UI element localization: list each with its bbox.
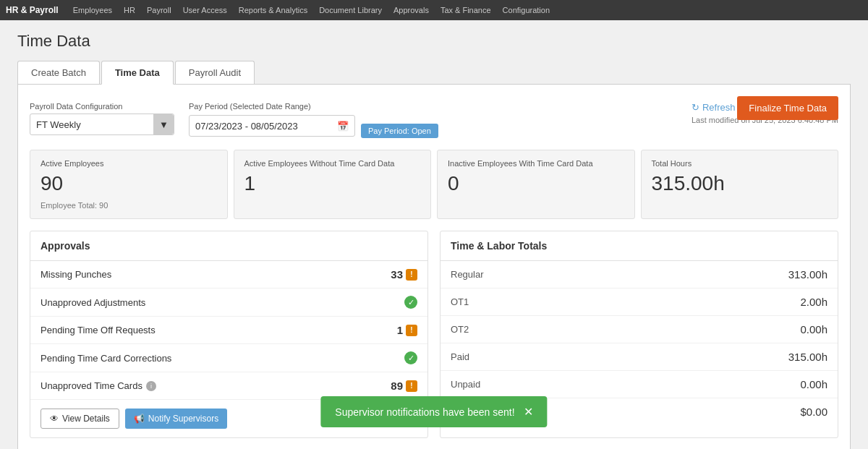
approval-value-2: 1 ! <box>397 324 417 336</box>
view-details-label: View Details <box>62 414 110 424</box>
refresh-button[interactable]: ↻ Refresh <box>692 102 736 113</box>
approval-row-missing-punches: Missing Punches 33 ! <box>30 261 427 288</box>
config-row: Payroll Data Configuration FT Weekly ▼ P… <box>30 102 838 138</box>
stat-label-1: Active Employees Without Time Card Data <box>244 159 421 168</box>
tab-time-data[interactable]: Time Data <box>101 61 174 85</box>
total-label-3: Paid <box>451 351 469 362</box>
payroll-config-group: Payroll Data Configuration FT Weekly ▼ <box>30 102 174 135</box>
stat-total-hours: Total Hours 315.00h <box>641 150 839 219</box>
approvals-header: Approvals <box>30 231 427 261</box>
warning-icon-2: ! <box>406 325 417 336</box>
tab-create-batch[interactable]: Create Batch <box>17 61 100 84</box>
stat-inactive-with-timecard: Inactive Employees With Time Card Data 0 <box>437 150 635 219</box>
payroll-config-value: FT Weekly <box>30 119 153 130</box>
payroll-config-select[interactable]: FT Weekly ▼ <box>30 114 174 135</box>
warning-icon-0: ! <box>406 269 417 281</box>
warning-icon-4: ! <box>406 380 417 392</box>
stats-row: Active Employees 90 Employee Total: 90 A… <box>30 150 838 219</box>
total-row-regular: Regular 313.00h <box>441 261 838 288</box>
nav-user-access[interactable]: User Access <box>183 6 227 14</box>
total-value-5: $0.00 <box>800 406 827 418</box>
page-title: Time Data <box>17 32 851 51</box>
toast-message: Supervisor notifications have been sent! <box>335 406 514 418</box>
stat-value-2: 0 <box>448 172 624 195</box>
total-row-ot2: OT2 0.00h <box>441 316 838 343</box>
pay-period-label: Pay Period (Selected Date Range) <box>189 102 438 111</box>
refresh-label: Refresh <box>702 102 736 113</box>
approval-label-0: Missing Punches <box>41 269 111 280</box>
nav-tax[interactable]: Tax & Finance <box>441 6 491 14</box>
approval-num-4: 89 <box>391 380 403 392</box>
tab-payroll-audit[interactable]: Payroll Audit <box>175 61 255 84</box>
total-row-paid: Paid 315.00h <box>441 343 838 371</box>
total-row-ot1: OT1 2.00h <box>441 288 838 316</box>
nav-documents[interactable]: Document Library <box>319 6 382 14</box>
stat-label-0: Active Employees <box>41 159 217 168</box>
stat-label-3: Total Hours <box>652 159 828 168</box>
check-icon-1: ✓ <box>404 296 417 309</box>
nav-employees[interactable]: Employees <box>73 6 112 14</box>
approval-label-3: Pending Time Card Corrections <box>41 353 171 364</box>
date-range-input[interactable]: 07/23/2023 - 08/05/2023 📅 <box>189 115 355 137</box>
tabs: Create Batch Time Data Payroll Audit <box>17 61 851 85</box>
toast-notification: Supervisor notifications have been sent!… <box>320 396 547 427</box>
total-value-2: 0.00h <box>800 323 827 335</box>
notify-icon: 📢 <box>134 414 145 424</box>
date-range-value: 07/23/2023 - 08/05/2023 <box>190 121 331 132</box>
chevron-down-icon[interactable]: ▼ <box>153 114 174 134</box>
total-label-2: OT2 <box>451 324 469 335</box>
stat-active-no-timecard: Active Employees Without Time Card Data … <box>234 150 432 219</box>
calendar-icon[interactable]: 📅 <box>331 121 354 132</box>
approval-value-1: ✓ <box>404 296 417 309</box>
eye-icon: 👁 <box>50 414 59 424</box>
check-icon-3: ✓ <box>404 351 417 364</box>
info-icon-4: i <box>146 381 156 391</box>
nav-configuration[interactable]: Configuration <box>503 6 550 14</box>
pay-period-badge: Pay Period: Open <box>361 124 438 138</box>
total-value-1: 2.00h <box>800 296 827 308</box>
approval-value-3: ✓ <box>404 351 417 364</box>
payroll-config-label: Payroll Data Configuration <box>30 102 174 111</box>
total-row-unpaid: Unpaid 0.00h <box>441 371 838 398</box>
total-label-0: Regular <box>451 269 484 280</box>
total-label-1: OT1 <box>451 296 469 307</box>
stat-label-2: Inactive Employees With Time Card Data <box>448 159 624 168</box>
approval-row-unapproved-adj: Unapproved Adjustments ✓ <box>30 288 427 317</box>
approval-row-time-card-corrections: Pending Time Card Corrections ✓ <box>30 344 427 372</box>
approval-num-0: 33 <box>391 268 403 281</box>
approval-num-2: 1 <box>397 324 403 336</box>
stat-value-3: 315.00h <box>652 172 828 195</box>
approval-value-0: 33 ! <box>391 268 417 281</box>
totals-header: Time & Labor Totals <box>441 231 838 261</box>
notify-supervisors-button[interactable]: 📢 Notify Supervisors <box>125 409 227 429</box>
finalize-button[interactable]: Finalize Time Data <box>737 96 838 120</box>
approval-label-4: Unapproved Time Cards i <box>41 380 156 391</box>
content-area: Finalize Time Data Payroll Data Configur… <box>17 85 851 449</box>
view-details-button[interactable]: 👁 View Details <box>41 409 119 429</box>
top-nav: HR & Payroll Employees HR Payroll User A… <box>0 0 868 20</box>
total-value-4: 0.00h <box>800 378 827 390</box>
pay-period-group: Pay Period (Selected Date Range) 07/23/2… <box>189 102 438 138</box>
refresh-icon: ↻ <box>692 102 699 113</box>
nav-approvals[interactable]: Approvals <box>393 6 429 14</box>
nav-reports[interactable]: Reports & Analytics <box>239 6 307 14</box>
nav-payroll[interactable]: Payroll <box>147 6 171 14</box>
stat-sub-0: Employee Total: 90 <box>41 201 217 210</box>
approval-value-4: 89 ! <box>391 380 417 392</box>
approval-row-time-off: Pending Time Off Requests 1 ! <box>30 317 427 344</box>
total-value-0: 313.00h <box>788 268 827 281</box>
total-label-4: Unpaid <box>451 379 480 390</box>
brand: HR & Payroll <box>6 5 59 15</box>
main-wrapper: Time Data Create Batch Time Data Payroll… <box>0 20 868 449</box>
toast-close-button[interactable]: ✕ <box>524 405 533 419</box>
approval-label-2: Pending Time Off Requests <box>41 325 156 335</box>
stat-active-employees: Active Employees 90 Employee Total: 90 <box>30 150 228 219</box>
total-value-3: 315.00h <box>788 351 827 363</box>
nav-hr[interactable]: HR <box>124 6 135 14</box>
stat-value-0: 90 <box>41 172 217 195</box>
notify-label: Notify Supervisors <box>148 414 218 424</box>
approval-label-1: Unapproved Adjustments <box>41 297 145 308</box>
nav-items: Employees HR Payroll User Access Reports… <box>73 6 550 14</box>
stat-value-1: 1 <box>244 172 421 195</box>
